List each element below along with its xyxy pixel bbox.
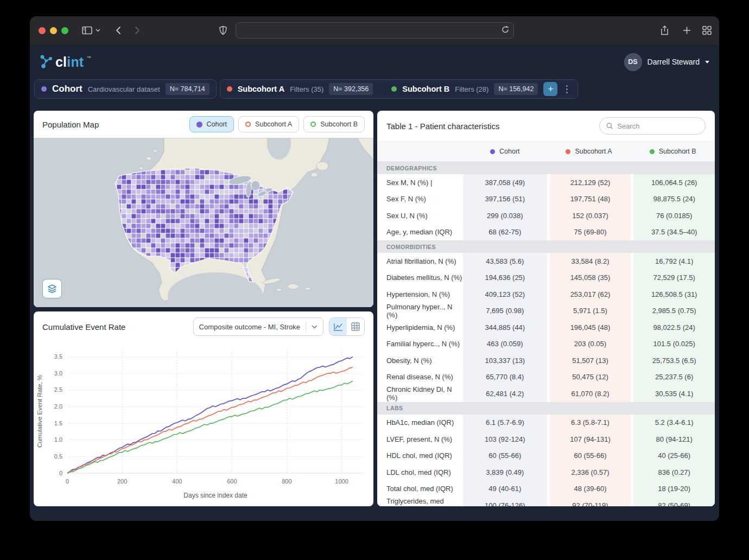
table-search[interactable] bbox=[599, 117, 706, 135]
table-row[interactable]: Sex U, N (%)299 (0.038)152 (0.037)76 (0.… bbox=[377, 207, 715, 224]
population-map[interactable] bbox=[34, 138, 373, 307]
cohort-pill[interactable]: Cohort Cardiovascular dataset N= 784,714 bbox=[34, 79, 217, 99]
empty-corner-cell bbox=[377, 142, 463, 161]
table1-card: Table 1 - Patient characteristics Cohort bbox=[377, 111, 715, 506]
table-row[interactable]: Hyperlipidemia, N (%)344,885 (44)196,045… bbox=[377, 319, 715, 336]
column-header-cohort: Cohort bbox=[463, 142, 547, 161]
row-value: 107 (94-131) bbox=[547, 431, 631, 448]
table-row[interactable]: Sex F, N (%)397,156 (51)197,751 (48)98,8… bbox=[377, 191, 715, 208]
table-row[interactable]: Obesity, N (%)103,337 (13)51,507 (13)25,… bbox=[377, 352, 715, 369]
select-divider bbox=[306, 322, 306, 332]
map-toggle-cohort[interactable]: Cohort bbox=[189, 116, 234, 132]
shield-icon[interactable] bbox=[219, 26, 227, 35]
chevron-down-icon[interactable] bbox=[96, 29, 100, 32]
table1-title: Table 1 - Patient characteristics bbox=[386, 122, 499, 131]
row-value: 197,751 (48) bbox=[547, 191, 631, 208]
share-icon[interactable] bbox=[661, 26, 669, 35]
subcohort-a-filters[interactable]: Filters (35) bbox=[290, 85, 323, 93]
new-tab-icon[interactable] bbox=[683, 27, 691, 35]
row-label: Obesity, N (%) bbox=[377, 352, 463, 369]
event-rate-chart-svg: 00.51.01.52.02.53.03.502004006008001000D… bbox=[34, 342, 373, 502]
column-header-cohort-label: Cohort bbox=[499, 148, 520, 155]
row-value: 40 (25-66) bbox=[631, 448, 715, 464]
clint-logo[interactable]: clint ™ bbox=[40, 55, 91, 69]
outcome-select[interactable]: Composite outcome - MI, Stroke bbox=[193, 317, 323, 336]
row-value: 196,045 (48) bbox=[547, 319, 631, 336]
line-chart-icon bbox=[334, 323, 343, 331]
column-header-subcohort-a-label: Subcohort A bbox=[575, 148, 612, 155]
close-window-button[interactable] bbox=[39, 27, 46, 34]
logo-wordmark: clint bbox=[55, 55, 84, 69]
reload-icon[interactable] bbox=[502, 26, 509, 34]
table-row[interactable]: Diabetes mellitus, N (%)194,636 (25)145,… bbox=[377, 270, 715, 287]
table-view-button[interactable] bbox=[347, 318, 364, 335]
sidebar-icon[interactable] bbox=[82, 27, 92, 35]
row-label: HDL chol, med (IQR) bbox=[377, 448, 463, 464]
cohort-bar: Cohort Cardiovascular dataset N= 784,714… bbox=[34, 79, 715, 99]
subcohort-b-count-badge: N= 156,942 bbox=[494, 83, 538, 95]
map-toggle-subcohort-a-label: Subcohort A bbox=[255, 120, 292, 128]
table-row[interactable]: Atrial fibrillation, N (%)43,583 (5.6)33… bbox=[377, 253, 715, 270]
logo-trademark: ™ bbox=[86, 55, 91, 60]
user-menu[interactable]: DS Darrell Steward bbox=[624, 53, 709, 71]
table-row[interactable]: Familial hyperc.., N (%)463 (0.059)203 (… bbox=[377, 336, 715, 353]
row-label: Atrial fibrillation, N (%) bbox=[377, 253, 463, 270]
table-row[interactable]: Pulmonary hyper.., N (%)7,695 (0.98)5,97… bbox=[377, 303, 715, 320]
table-row[interactable]: Chronic Kidney Di, N (%)62,481 (4.2)61,0… bbox=[377, 385, 715, 402]
row-value: 98,875.5 (24) bbox=[631, 191, 715, 208]
line-chart-view-button[interactable] bbox=[329, 318, 347, 335]
table-row[interactable]: Renal disease, N (%)65,770 (8.4)50,475 (… bbox=[377, 369, 715, 386]
row-value: 25,753.5 (6.5) bbox=[631, 352, 715, 369]
row-label: Sex F, N (%) bbox=[377, 191, 463, 208]
row-value: 18 (19-20) bbox=[631, 481, 715, 498]
screen: clint ™ DS Darrell Steward Cohort Cardio… bbox=[0, 0, 749, 560]
table-row[interactable]: Age, y, median (IQR)68 (62-75)75 (69-80)… bbox=[377, 224, 715, 241]
map-toggle-subcohort-b[interactable]: Subcohort B bbox=[303, 116, 365, 132]
subcohort-b-filters[interactable]: Filters (28) bbox=[455, 85, 488, 93]
row-value: 16,792 (4.1) bbox=[631, 253, 715, 270]
forward-icon[interactable] bbox=[135, 26, 140, 35]
table-row[interactable]: LDL chol, med (IQR)3,839 (0.49)2,336 (0.… bbox=[377, 464, 715, 481]
population-map-card: Population Map Cohort Subcohort A Sub bbox=[34, 111, 373, 307]
table-row[interactable]: LVEF, present, N (%)103 (92-124)107 (94-… bbox=[377, 431, 715, 448]
event-rate-header: Cumulative Event Rate Composite outcome … bbox=[34, 311, 373, 342]
row-value: 126,508.5 (31) bbox=[631, 286, 715, 303]
row-value: 49 (40-61) bbox=[463, 481, 547, 498]
table-row[interactable]: HDL chol, med (IQR)60 (55-66)60 (55-66)4… bbox=[377, 448, 715, 464]
more-options-icon[interactable] bbox=[563, 83, 571, 96]
subcohort-a-label[interactable]: Subcohort A bbox=[238, 85, 284, 93]
back-icon[interactable] bbox=[116, 26, 121, 35]
subcohort-b-label[interactable]: Subcohort B bbox=[402, 85, 449, 93]
svg-text:600: 600 bbox=[227, 478, 237, 485]
svg-text:1.0: 1.0 bbox=[54, 436, 62, 443]
row-value: 145,058 (35) bbox=[547, 270, 631, 287]
search-input[interactable] bbox=[617, 122, 699, 130]
row-label: Chronic Kidney Di, N (%) bbox=[377, 385, 463, 402]
svg-text:2.0: 2.0 bbox=[54, 403, 62, 410]
table-row[interactable]: Sex M, N (%) |387,058 (49)212,129 (52)10… bbox=[377, 174, 715, 191]
table-row[interactable]: HbA1c, median (IQR)6.1 (5.7-6.9)6.3 (5.8… bbox=[377, 415, 715, 431]
table-row[interactable]: Triglycerides, med (IQR)100 (76-126)92 (… bbox=[377, 497, 715, 506]
add-subcohort-button[interactable]: + bbox=[543, 82, 557, 96]
row-value: 5,971 (1.5) bbox=[547, 303, 631, 320]
event-rate-chart[interactable]: 00.51.01.52.02.53.03.502004006008001000D… bbox=[34, 342, 373, 502]
address-bar[interactable] bbox=[236, 22, 514, 39]
zoom-window-button[interactable] bbox=[61, 27, 68, 34]
row-value: 299 (0.038) bbox=[463, 207, 547, 224]
row-value: 98,022.5 (24) bbox=[631, 319, 715, 336]
svg-text:1.5: 1.5 bbox=[54, 420, 62, 427]
avatar: DS bbox=[624, 53, 642, 71]
dashboard-content: Population Map Cohort Subcohort A Sub bbox=[34, 111, 715, 506]
table-row[interactable]: Hypertension, N (%)409,123 (52)253,017 (… bbox=[377, 286, 715, 303]
map-layers-button[interactable] bbox=[42, 279, 62, 298]
tab-overview-icon[interactable] bbox=[702, 26, 712, 35]
column-header-subcohort-b: Subcohort B bbox=[631, 142, 715, 161]
table-body[interactable]: DEMOGRAPHICSSex M, N (%) |387,058 (49)21… bbox=[377, 162, 715, 506]
map-toggle-subcohort-a[interactable]: Subcohort A bbox=[238, 116, 299, 132]
subcohort-a-dot-icon bbox=[566, 149, 570, 154]
minimize-window-button[interactable] bbox=[50, 27, 57, 34]
row-label: Hyperlipidemia, N (%) bbox=[377, 319, 463, 336]
map-cohort-toggles: Cohort Subcohort A Subcohort B bbox=[189, 116, 365, 132]
table-row[interactable]: Total chol, med (IQR)49 (40-61)48 (39-60… bbox=[377, 481, 715, 498]
row-value: 75 (69-80) bbox=[547, 224, 631, 241]
